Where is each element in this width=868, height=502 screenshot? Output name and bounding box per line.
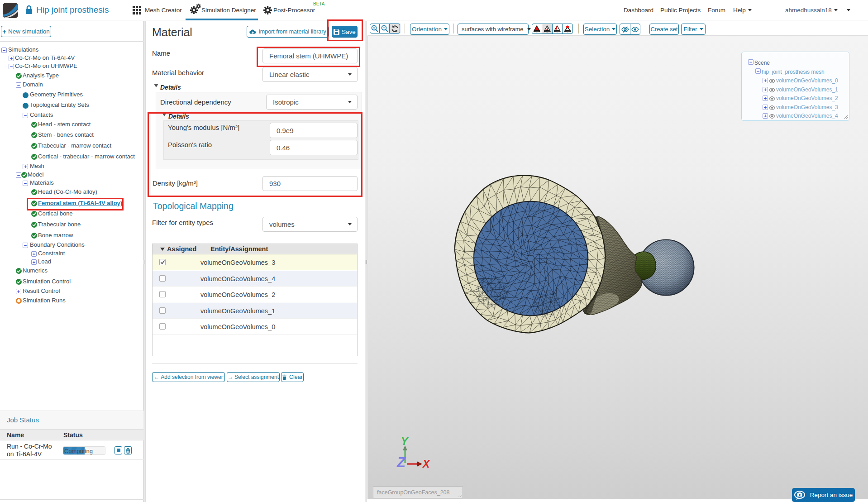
svg-text:X: X xyxy=(422,458,430,470)
svg-text:Z: Z xyxy=(396,454,406,470)
